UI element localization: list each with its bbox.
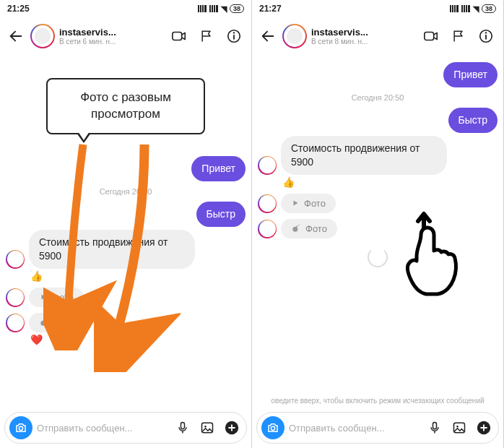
signal-icon (198, 5, 207, 12)
view-once-photo[interactable]: Фото (281, 194, 336, 213)
svg-point-19 (298, 225, 299, 225)
sender-avatar[interactable] (258, 194, 277, 213)
plus-circle-icon (224, 420, 240, 436)
svg-point-20 (299, 224, 300, 225)
plus-circle-icon (476, 420, 492, 436)
tooltip-callout: Фото с разовым просмотром (46, 78, 205, 134)
message-composer: Отправить сообщен... (4, 412, 247, 444)
wifi-icon: ◥ (473, 4, 479, 14)
svg-point-8 (19, 426, 22, 430)
image-icon (200, 421, 214, 435)
view-once-photo[interactable]: Фото (281, 219, 337, 238)
avatar[interactable] (282, 24, 307, 48)
message-input[interactable]: Отправить сообщен... (37, 423, 168, 434)
add-button[interactable] (222, 418, 242, 438)
message-composer: Отправить сообщен... (256, 412, 499, 444)
sent-message[interactable]: Привет (443, 62, 498, 87)
svg-point-3 (233, 32, 235, 33)
svg-point-4 (40, 321, 45, 326)
signal-icon (450, 5, 459, 12)
video-icon (423, 28, 439, 44)
status-bar: 21:27 ◥ 38 (252, 0, 503, 17)
info-icon (226, 28, 242, 44)
received-message[interactable]: Стоимость продвижения от 5900 (281, 136, 447, 175)
info-icon (478, 28, 494, 44)
play-icon (291, 199, 300, 207)
status-bar: 21:25 ◥ 38 (0, 0, 251, 17)
message-input[interactable]: Отправить сообщен... (289, 423, 420, 434)
arrow-left-icon (260, 28, 276, 44)
bomb-icon (291, 223, 301, 233)
signal-icon (461, 5, 470, 12)
timestamp: Сегодня 20:50 (6, 187, 246, 196)
swipe-up-icon (395, 210, 460, 303)
svg-rect-13 (425, 33, 434, 40)
received-message[interactable]: Стоимость продвижения от 5900 (29, 230, 195, 269)
svg-point-6 (46, 319, 47, 319)
video-call-button[interactable] (420, 25, 443, 48)
video-icon (171, 28, 187, 44)
reaction-thumb[interactable]: 👍 (282, 176, 498, 188)
video-call-button[interactable] (168, 25, 191, 48)
back-button[interactable] (6, 26, 26, 46)
contact-name[interactable]: instaservis... (59, 27, 163, 38)
sent-message[interactable]: Привет (191, 156, 246, 181)
battery-icon: 38 (482, 4, 496, 13)
back-button[interactable] (258, 26, 278, 46)
camera-button[interactable] (261, 416, 284, 439)
avatar[interactable] (30, 24, 55, 48)
svg-point-17 (292, 227, 297, 232)
view-once-photo[interactable]: Фото (29, 288, 84, 307)
flag-button[interactable] (195, 25, 218, 48)
gallery-button[interactable] (197, 418, 217, 438)
mic-icon (175, 421, 190, 435)
svg-rect-0 (173, 33, 182, 40)
status-time: 21:25 (7, 4, 198, 14)
sender-avatar[interactable] (6, 250, 25, 269)
bomb-icon (39, 317, 49, 327)
signal-icon (209, 5, 218, 12)
sender-avatar[interactable] (258, 156, 277, 175)
mic-button[interactable] (173, 418, 193, 438)
contact-status: В сети 8 мин. н... (311, 38, 415, 46)
sender-avatar[interactable] (6, 314, 25, 332)
sender-avatar[interactable] (258, 220, 277, 238)
status-time: 21:27 (259, 4, 450, 14)
info-button[interactable] (474, 25, 498, 48)
swipe-up-gesture (395, 210, 460, 306)
chat-header: instaservis... В сети 6 мин. н... (0, 17, 251, 55)
left-screenshot: 21:25 ◥ 38 instaservis... В сети 6 мин. … (0, 0, 252, 448)
camera-icon (266, 421, 279, 434)
flag-button[interactable] (447, 25, 470, 48)
view-once-photo[interactable]: Фото (29, 313, 85, 332)
svg-point-11 (204, 426, 207, 428)
wifi-icon: ◥ (221, 4, 227, 14)
sent-message[interactable]: Быстр (448, 108, 498, 133)
right-screenshot: 21:27 ◥ 38 instaservis... В сети 8 мин. … (252, 0, 504, 448)
reaction-thumb[interactable]: 👍 (30, 270, 246, 282)
svg-rect-15 (485, 35, 487, 39)
sent-message[interactable]: Быстр (196, 202, 246, 227)
play-icon (39, 293, 48, 301)
flag-icon (451, 29, 466, 43)
svg-point-21 (271, 426, 274, 430)
info-button[interactable] (222, 25, 246, 48)
image-icon (452, 421, 466, 435)
battery-icon: 38 (230, 4, 244, 13)
svg-rect-23 (454, 423, 465, 432)
svg-rect-22 (433, 423, 437, 429)
sender-avatar[interactable] (6, 288, 25, 307)
timestamp: Сегодня 20:50 (258, 93, 498, 102)
camera-icon (14, 421, 27, 434)
vanish-mode-hint: оведите вверх, чтобы включить режим исче… (252, 397, 503, 405)
camera-button[interactable] (9, 416, 32, 439)
reaction-heart[interactable]: ❤️ (30, 334, 246, 345)
svg-point-16 (485, 32, 487, 33)
add-button[interactable] (474, 418, 494, 438)
gallery-button[interactable] (449, 418, 469, 438)
svg-rect-2 (233, 35, 235, 39)
svg-point-24 (456, 426, 459, 428)
contact-name[interactable]: instaservis... (311, 27, 415, 38)
chat-area[interactable]: Привет Сегодня 20:50 Быстр Стоимость про… (252, 55, 503, 409)
mic-button[interactable] (425, 418, 445, 438)
